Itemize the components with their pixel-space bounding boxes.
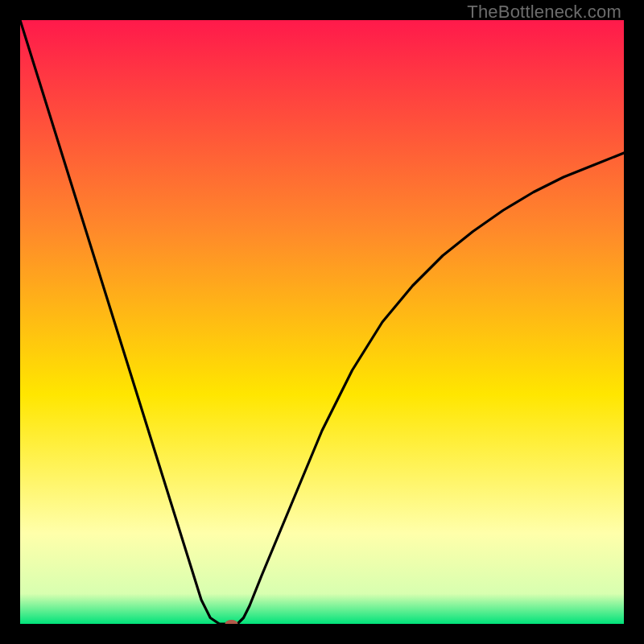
- bottleneck-plot: [20, 20, 624, 624]
- chart-frame: [20, 20, 624, 624]
- watermark-text: TheBottleneck.com: [467, 2, 621, 23]
- gradient-background: [20, 20, 624, 624]
